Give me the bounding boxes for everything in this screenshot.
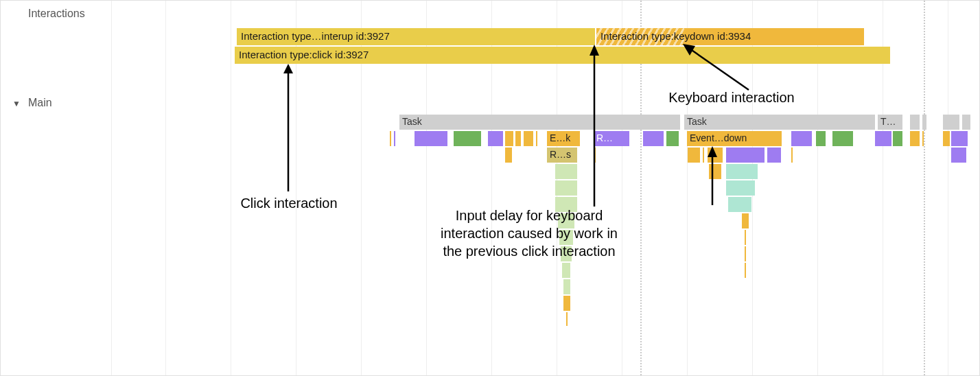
flame-block[interactable]	[832, 131, 853, 146]
svg-marker-3	[683, 44, 695, 56]
input-delay-line1: Input delay for keyboard	[456, 208, 603, 223]
flame-sliver	[394, 131, 395, 146]
grid-line	[165, 1, 166, 375]
grid-line	[231, 1, 231, 375]
flame-block[interactable]	[524, 131, 533, 146]
task-block[interactable]: T…	[878, 115, 902, 130]
flame-block[interactable]	[875, 131, 891, 146]
arrow-click	[281, 64, 295, 191]
flame-block[interactable]	[943, 131, 950, 146]
flame-block[interactable]	[742, 213, 749, 228]
interaction-bar-pointerup[interactable]: Interaction type…interup id:3927	[237, 28, 595, 45]
time-marker-dotted	[924, 1, 925, 375]
flame-block[interactable]	[415, 131, 447, 146]
flame-block[interactable]	[910, 131, 920, 146]
interaction-bar-label: Interaction type:click id:3927	[239, 49, 369, 60]
flame-block[interactable]	[562, 263, 570, 278]
grid-line	[948, 1, 948, 375]
svg-marker-5	[590, 45, 599, 56]
annotation-input-delay: Input delay for keyboard interaction cau…	[426, 207, 632, 260]
arrow-input-delay-event	[704, 146, 721, 207]
flame-block[interactable]	[893, 131, 902, 146]
flame-event-keydown[interactable]: Event…down	[687, 131, 782, 146]
svg-marker-1	[283, 64, 293, 73]
flame-sliver	[922, 131, 924, 146]
task-label: Task	[687, 116, 707, 127]
flame-block[interactable]	[951, 148, 966, 163]
flame-sliver	[390, 131, 391, 146]
flame-block[interactable]	[505, 131, 513, 146]
track-label-main: Main	[28, 97, 52, 109]
flame-block[interactable]	[563, 296, 570, 311]
flame-label: R…s	[550, 149, 571, 160]
task-block[interactable]: Task	[684, 115, 875, 130]
flame-block[interactable]	[563, 279, 570, 294]
flame-sliver	[745, 246, 746, 261]
interaction-bar-label: Interaction type…interup id:3927	[241, 30, 390, 42]
flame-block[interactable]: R…s	[547, 148, 577, 163]
flame-block[interactable]	[726, 164, 758, 179]
flame-block[interactable]	[726, 180, 755, 196]
flame-block[interactable]	[643, 131, 664, 146]
task-block-tiny[interactable]	[943, 115, 959, 130]
flame-block[interactable]	[816, 131, 826, 146]
flame-sliver	[566, 312, 568, 326]
flame-block[interactable]	[505, 148, 512, 163]
flame-block[interactable]	[454, 131, 481, 146]
annotation-click: Click interaction	[220, 194, 358, 212]
flame-label: E…k	[550, 132, 570, 143]
task-label: Task	[402, 116, 422, 127]
svg-marker-7	[708, 146, 717, 157]
interaction-bar-click[interactable]: Interaction type:click id:3927	[235, 47, 890, 64]
flame-block[interactable]: E…k	[547, 131, 580, 146]
arrow-input-delay-up	[584, 45, 605, 209]
flame-sliver	[745, 230, 746, 245]
svg-line-2	[690, 49, 749, 90]
flame-sliver	[536, 131, 537, 146]
input-delay-line3: the previous click interaction	[443, 244, 615, 259]
arrow-keyboard	[680, 42, 762, 97]
flame-block[interactable]	[666, 131, 679, 146]
disclosure-triangle-icon[interactable]: ▼	[12, 99, 21, 108]
task-block-tiny[interactable]	[922, 115, 926, 130]
track-label-interactions: Interactions	[28, 8, 85, 20]
flame-block[interactable]	[555, 164, 577, 179]
flame-sliver	[791, 148, 793, 163]
flame-block[interactable]	[688, 148, 700, 163]
flame-block[interactable]	[488, 131, 503, 146]
flame-block[interactable]	[791, 131, 812, 146]
flame-block[interactable]	[767, 148, 781, 163]
perf-timeline-canvas: Interactions ▼ Main Interaction type…int…	[0, 0, 980, 376]
flame-block[interactable]	[515, 131, 521, 146]
flame-sliver	[745, 263, 746, 278]
task-label: T…	[880, 116, 896, 127]
flame-block[interactable]	[728, 197, 751, 212]
task-block-tiny[interactable]	[962, 115, 970, 130]
input-delay-line2: interaction caused by work in	[441, 226, 618, 241]
flame-block[interactable]	[555, 180, 577, 196]
task-block-tiny[interactable]	[910, 115, 920, 130]
flame-block[interactable]	[951, 131, 968, 146]
flame-label: Event…down	[690, 132, 747, 143]
grid-line	[111, 1, 112, 375]
interaction-bar-label: Interaction type:keydown id:3934	[600, 30, 751, 42]
flame-block[interactable]	[726, 148, 765, 163]
task-block[interactable]: Task	[399, 115, 680, 130]
